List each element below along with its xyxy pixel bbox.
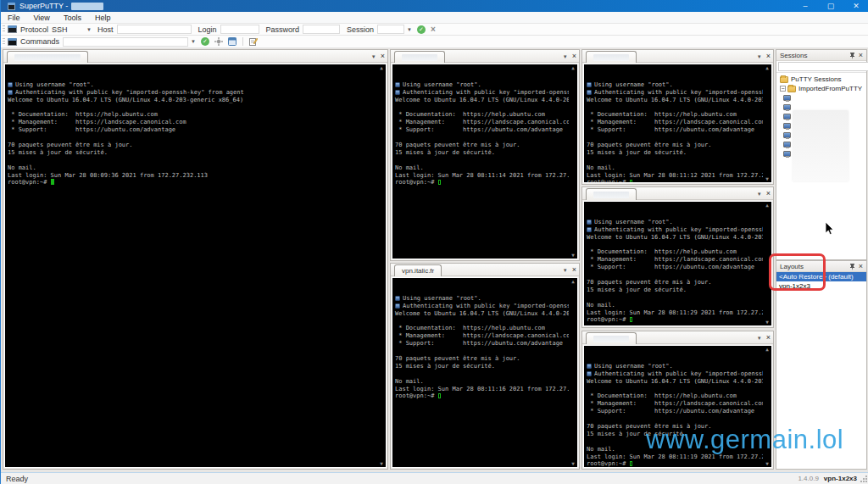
terminal-line (587, 103, 761, 111)
scroll-down-icon[interactable]: ▼ (763, 319, 771, 325)
sessions-search-input[interactable] (778, 62, 868, 71)
terminal-scrollbar[interactable]: ▲ ▼ (569, 278, 577, 467)
putty-line-icon (587, 82, 592, 87)
terminal-screen[interactable]: Using username "root".Authenticating wit… (392, 64, 577, 259)
edit-log-button[interactable] (249, 37, 258, 46)
terminal-scrollbar[interactable]: ▲ ▼ (569, 64, 577, 259)
tab-close-icon[interactable]: × (766, 53, 771, 60)
tab-close-icon[interactable]: × (766, 334, 771, 342)
tab-close-icon[interactable]: × (766, 190, 771, 197)
terminal-tab[interactable] (586, 188, 637, 200)
password-input[interactable] (303, 25, 340, 34)
scroll-down-icon[interactable]: ▼ (377, 460, 386, 467)
terminal-line: 15 mises à jour de sécurité. (395, 149, 567, 157)
collapse-icon[interactable]: − (780, 86, 786, 92)
title-bar: SuperPuTTY - – ▢ ✕ (1, 0, 868, 12)
tab-menu-icon[interactable]: ▼ (757, 192, 762, 197)
pin-icon[interactable] (849, 263, 855, 270)
censor-box-tab (402, 54, 437, 61)
folder-icon (787, 86, 796, 92)
tab-close-icon[interactable]: × (572, 53, 576, 60)
terminal-line: No mail. (587, 302, 761, 309)
terminal-line: Last login: Sun Mar 28 08:11:12 2021 fro… (587, 172, 761, 180)
menu-file[interactable]: File (1, 12, 27, 23)
scroll-up-icon[interactable]: ▲ (763, 64, 771, 71)
terminal-scrollbar[interactable]: ▲ ▼ (763, 64, 771, 182)
scroll-down-icon[interactable]: ▼ (763, 460, 771, 467)
terminal-line: 15 mises à jour de sécurité. (587, 287, 761, 294)
menu-help[interactable]: Help (88, 12, 118, 23)
protocol-label: Protocol (20, 25, 48, 34)
scroll-up-icon[interactable]: ▲ (377, 64, 386, 71)
terminal-screen[interactable]: Using username "root".Authenticating wit… (5, 64, 386, 467)
tab-menu-icon[interactable]: ▼ (757, 336, 762, 341)
scroll-up-icon[interactable]: ▲ (763, 346, 771, 353)
chevron-down-icon[interactable]: ▼ (191, 39, 196, 44)
chevron-down-icon[interactable]: ▼ (86, 27, 92, 32)
session-label: Session (347, 25, 374, 34)
terminal-panel: ▼ × Using username "root".Authenticating… (3, 49, 388, 470)
monitor-icon (783, 151, 791, 157)
menu-bar: File View Tools Help (1, 12, 868, 24)
protocol-select[interactable]: SSH (52, 25, 81, 34)
tab-close-icon[interactable]: × (572, 266, 576, 274)
scroll-up-icon[interactable]: ▲ (569, 64, 577, 71)
toolbar-grip[interactable] (3, 25, 5, 33)
broadcast-button[interactable] (214, 37, 223, 46)
tab-menu-icon[interactable]: ▼ (757, 54, 762, 59)
pin-icon[interactable] (849, 52, 855, 59)
menu-view[interactable]: View (27, 12, 57, 23)
sessions-window-button[interactable] (228, 37, 236, 46)
terminal-screen[interactable]: Using username "root".Authenticating wit… (584, 202, 771, 325)
maximize-button[interactable]: ▢ (818, 0, 843, 12)
terminal-line: * Management: https://landscape.canonica… (8, 119, 376, 126)
terminal-line: * Management: https://landscape.canonica… (395, 119, 567, 126)
tree-node-root[interactable]: PuTTY Sessions (776, 75, 866, 84)
terminal-line: * Documentation: https://help.ubuntu.com (587, 111, 761, 119)
login-input[interactable] (220, 25, 259, 34)
terminal-tab[interactable] (586, 332, 637, 344)
resize-grip[interactable] (860, 476, 867, 482)
close-button[interactable]: ✕ (843, 0, 868, 12)
terminal-scrollbar[interactable]: ▲ ▼ (377, 64, 386, 467)
send-command-button[interactable]: ✓ (201, 37, 209, 46)
terminal-tabbar: ▼ × (391, 50, 579, 63)
putty-line-icon (395, 303, 400, 309)
monitor-icon (783, 132, 791, 138)
terminal-tabbar: ▼ × (582, 331, 773, 344)
chevron-down-icon[interactable]: ▼ (407, 27, 412, 32)
scroll-up-icon[interactable]: ▲ (763, 202, 771, 209)
terminal-screen[interactable]: Using username "root".Authenticating wit… (392, 278, 577, 467)
close-icon[interactable]: × (859, 263, 863, 270)
scroll-down-icon[interactable]: ▼ (763, 175, 771, 182)
session-input[interactable] (377, 25, 404, 34)
scroll-down-icon[interactable]: ▼ (569, 252, 577, 259)
tab-menu-icon[interactable]: ▼ (563, 54, 568, 59)
green-check-icon: ✓ (417, 25, 426, 34)
terminal-tab[interactable] (7, 51, 88, 63)
terminal-screen[interactable]: Using username "root".Authenticating wit… (584, 64, 771, 182)
commands-input[interactable] (63, 37, 188, 47)
putty-line-icon (395, 82, 400, 87)
terminal-line: root@vpn:~# (587, 179, 761, 182)
close-icon[interactable]: × (859, 52, 863, 59)
terminal-line (395, 103, 567, 111)
scroll-up-icon[interactable]: ▲ (569, 278, 577, 285)
menu-tools[interactable]: Tools (57, 12, 88, 23)
tab-menu-icon[interactable]: ▼ (563, 268, 568, 273)
tree-node-imported[interactable]: − ImportedFromPuTTY (776, 84, 866, 93)
scroll-down-icon[interactable]: ▼ (569, 460, 577, 467)
terminal-frame: Using username "root".Authenticating wit… (583, 64, 772, 183)
tab-close-icon[interactable]: × (381, 53, 385, 60)
host-input[interactable] (117, 25, 192, 34)
terminal-tab[interactable] (394, 51, 445, 63)
clear-button[interactable]: × (431, 25, 436, 34)
session-tree-item[interactable] (776, 93, 866, 103)
toolbar-grip[interactable] (3, 38, 5, 46)
minimize-button[interactable]: – (793, 0, 818, 12)
tab-menu-icon[interactable]: ▼ (371, 54, 376, 59)
terminal-tab[interactable] (586, 51, 637, 63)
connect-button[interactable]: ✓ (417, 25, 426, 34)
terminal-line: Authenticating with public key "imported… (587, 370, 761, 378)
terminal-tab[interactable]: vpn.italic.fr (394, 264, 442, 276)
